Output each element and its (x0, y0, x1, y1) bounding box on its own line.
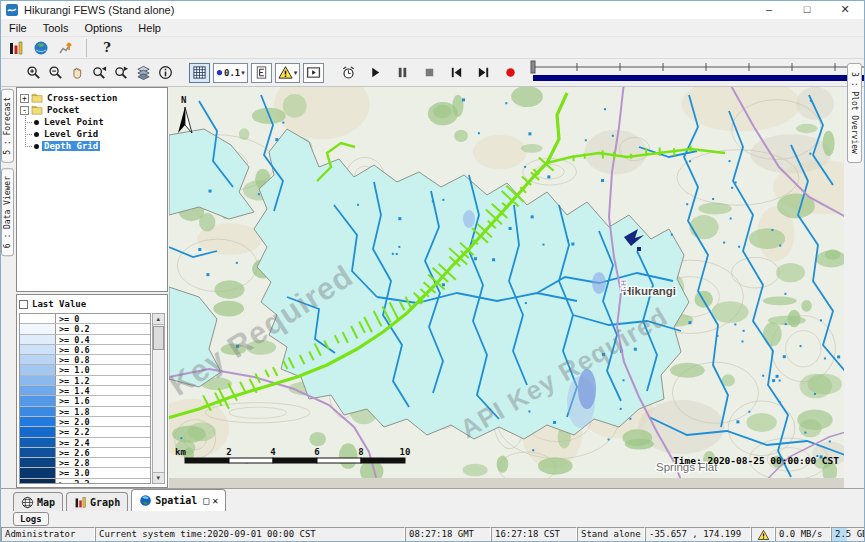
legend-class-label: >= 2.0 (56, 417, 90, 426)
legend-row: >= 1.6 (20, 396, 150, 406)
expand-icon[interactable]: + (20, 94, 29, 103)
minimize-button[interactable]: – (750, 1, 788, 19)
tree-node-level-point[interactable]: Level Point (17, 116, 167, 128)
panel-tab-6-data-viewer[interactable]: 6 : Data Viewer (1, 168, 14, 256)
layers-icon (136, 65, 151, 80)
close-button[interactable]: ✕ (826, 1, 864, 19)
legend-row: >= 1.4 (20, 386, 150, 396)
zoom-in-icon (26, 65, 41, 80)
tab-close-icon[interactable]: ✕ (212, 495, 218, 506)
legend-row: >= 2.8 (20, 458, 150, 468)
legend-row: >= 2.6 (20, 448, 150, 458)
scroll-thumb[interactable] (153, 326, 164, 350)
time-slider[interactable] (530, 59, 865, 87)
menu-file[interactable]: File (1, 22, 35, 34)
last-value-checkbox-row[interactable]: Last Value (19, 297, 165, 311)
record-button[interactable] (500, 63, 520, 83)
legend-swatch (20, 324, 56, 333)
play-icon (368, 65, 383, 80)
map-toolbar: 0.1▾▾ 2020-08-25 00:00:00 CST (1, 59, 864, 87)
first-frame-icon (449, 65, 464, 80)
status-warning[interactable] (751, 527, 775, 542)
status-mode: Stand alone (577, 527, 645, 542)
legend-swatch (20, 314, 56, 323)
legend-class-label: >= 3.2 (56, 479, 90, 484)
animation-export-button[interactable] (303, 63, 324, 83)
menu-options[interactable]: Options (76, 22, 130, 34)
window-title: Hikurangi FEWS (Stand alone) (24, 4, 174, 16)
logs-button[interactable]: Logs (13, 512, 49, 526)
help-button[interactable]: ? (97, 38, 117, 58)
panel-tab-5-forecast[interactable]: 5 : Forecast (1, 89, 14, 163)
maximize-button[interactable]: □ (788, 1, 826, 19)
panel-tab-plot-overview[interactable]: 3 : Plot Overview (847, 63, 862, 163)
animation-settings-button[interactable] (338, 63, 358, 83)
legend-class-label: >= 1.0 (56, 365, 90, 374)
scroll-down-icon[interactable]: ▼ (153, 472, 164, 483)
layers-button[interactable] (133, 63, 153, 83)
checkbox-icon[interactable] (19, 300, 28, 309)
legend-class-label: >= 1.6 (56, 396, 90, 405)
last-frame-button[interactable] (473, 63, 493, 83)
legend-row: >= 2.0 (20, 417, 150, 427)
legend-swatch (20, 396, 56, 405)
info-button[interactable] (155, 63, 175, 83)
legend-swatch (20, 479, 56, 484)
stop-button[interactable] (419, 63, 439, 83)
legend-class-label: >= 2.2 (56, 427, 90, 436)
legend-scrollbar[interactable]: ▲ ▼ (152, 313, 165, 484)
pause-button[interactable] (392, 63, 412, 83)
zoom-previous-button[interactable] (89, 63, 109, 83)
class-threshold-button[interactable]: 0.1▾ (213, 63, 248, 83)
node-bullet-icon (34, 120, 39, 125)
tree-connector-line (25, 110, 26, 145)
tree-node-pocket[interactable]: -Pocket (17, 104, 167, 116)
legend-row: >= 1.8 (20, 407, 150, 417)
play-button[interactable] (365, 63, 385, 83)
status-bar: AdministratorCurrent system time:2020-09… (1, 526, 864, 542)
tab-graph[interactable]: Graph (66, 492, 128, 511)
menu-tools[interactable]: Tools (35, 22, 77, 34)
tab-label: Spatial (155, 495, 197, 506)
tree-node-label: Depth Grid (42, 141, 100, 151)
tree-node-level-grid[interactable]: Level Grid (17, 128, 167, 140)
time-series-display-button[interactable] (6, 38, 26, 58)
class-threshold-label: 0.1 (224, 68, 240, 78)
north-label: N (181, 95, 186, 105)
bottom-tab-bar: MapGraphSpatial□✕ (1, 488, 864, 511)
animation-export-icon (306, 65, 321, 80)
stop-icon (422, 65, 437, 80)
forecast-manager-button[interactable] (56, 38, 76, 58)
status-local-time: 16:27:18 CST (491, 527, 577, 542)
tree-node-cross-section[interactable]: +Cross-section (17, 92, 167, 104)
thresholds-warning-button[interactable]: ▾ (275, 63, 301, 83)
pan-button[interactable] (67, 63, 87, 83)
labels-toggle-button[interactable] (251, 63, 272, 83)
spatial-display-button[interactable] (31, 38, 51, 58)
menu-help[interactable]: Help (130, 22, 169, 34)
help-label: ? (103, 40, 111, 55)
title-bar: Hikurangi FEWS (Stand alone) – □ ✕ (1, 1, 864, 19)
menu-bar: FileToolsOptionsHelp (1, 19, 864, 37)
zoom-in-button[interactable] (23, 63, 43, 83)
node-bullet-icon (34, 144, 39, 149)
tab-map[interactable]: Map (13, 492, 63, 511)
scroll-up-icon[interactable]: ▲ (153, 314, 164, 325)
spatial-display-icon (33, 40, 49, 56)
grid-display-button[interactable] (189, 63, 210, 83)
first-frame-button[interactable] (446, 63, 466, 83)
map-view[interactable]: API Key Required API Key Required Hikura… (169, 87, 844, 488)
legend-swatch (20, 376, 56, 385)
legend-class-list: >= 0>= 0.2>= 0.4>= 0.6>= 0.8>= 1.0>= 1.2… (19, 313, 151, 484)
legend-row: >= 2.4 (20, 438, 150, 448)
tab-spatial[interactable]: Spatial□✕ (131, 489, 226, 511)
scale-tick-label: 2 (226, 447, 231, 457)
scale-tick-label: 8 (358, 447, 363, 457)
zoom-next-button[interactable] (111, 63, 131, 83)
tree-node-label: Cross-section (45, 93, 119, 103)
toolbar-separator (86, 39, 87, 57)
tree-node-depth-grid[interactable]: Depth Grid (17, 140, 167, 152)
legend-swatch (20, 468, 56, 477)
zoom-out-button[interactable] (45, 63, 65, 83)
tab-maximize-icon[interactable]: □ (203, 495, 209, 506)
